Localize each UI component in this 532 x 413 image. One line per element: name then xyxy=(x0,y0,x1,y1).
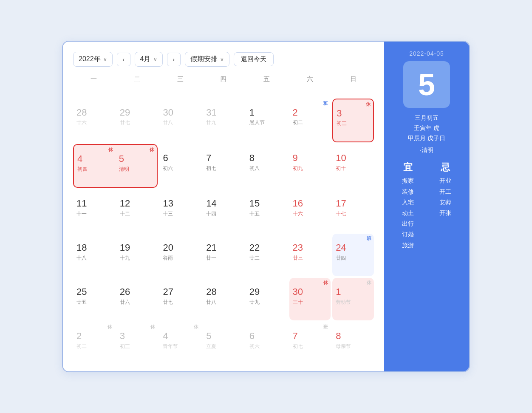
calendar-cell-14[interactable]: 11十一 xyxy=(73,190,115,232)
prev-month-button[interactable]: ‹ xyxy=(117,53,130,66)
month-select[interactable]: 4月 ∨ xyxy=(135,52,163,67)
sidebar-date: 2022-04-05 xyxy=(409,50,444,57)
day-lunar: 初三 xyxy=(337,120,347,127)
calendar-cell-25[interactable]: 22廿二 xyxy=(246,234,288,276)
day-lunar: 十六 xyxy=(293,210,303,218)
calendar-cell-26[interactable]: 23廿三 xyxy=(289,234,331,276)
calendar-cell-19[interactable]: 16十六 xyxy=(289,190,331,232)
day-number: 28 xyxy=(206,286,216,297)
day-number: 6 xyxy=(249,331,255,342)
calendar-cell-8[interactable]: 休5清明 xyxy=(116,144,158,188)
day-number: 5 xyxy=(119,153,124,164)
calendar-cell-28[interactable]: 25廿五 xyxy=(73,278,115,320)
ji-item-1: 开业 xyxy=(439,175,451,186)
calendar-cell-9[interactable]: 6初六 xyxy=(159,144,201,188)
calendar-cell-40[interactable]: 班7初七 xyxy=(289,322,331,365)
calendar-cell-10[interactable]: 7初七 xyxy=(203,144,244,188)
calendar-cell-3[interactable]: 31廿九 xyxy=(203,99,244,142)
calendar-cell-22[interactable]: 19十九 xyxy=(116,234,158,276)
calendar-cell-5[interactable]: 班2初二 xyxy=(289,99,331,142)
day-lunar: 十七 xyxy=(336,210,346,218)
day-badge: 休 xyxy=(323,280,328,286)
day-number: 28 xyxy=(76,107,87,118)
yi-item-4: 动土 xyxy=(402,208,414,218)
calendar-cell-17[interactable]: 14十四 xyxy=(203,190,244,232)
calendar-cell-4[interactable]: 1愚人节 xyxy=(246,99,288,142)
holiday-select[interactable]: 假期安排 ∨ xyxy=(185,52,229,67)
day-badge: 休 xyxy=(150,324,155,330)
calendar-cell-1[interactable]: 29廿七 xyxy=(116,99,158,142)
calendar-main: 2022年 ∨ ‹ 4月 ∨ › 假期安排 ∨ 返回今天 一二三四五六日28廿六 xyxy=(63,42,384,371)
calendar-cell-38[interactable]: 5立夏 xyxy=(203,322,244,365)
month-label: 4月 xyxy=(140,55,151,64)
day-number: 21 xyxy=(206,242,216,253)
day-badge: 休 xyxy=(194,324,198,330)
calendar-cell-24[interactable]: 21廿一 xyxy=(203,234,244,276)
calendar-cell-30[interactable]: 27廿七 xyxy=(159,278,201,320)
day-lunar: 劳动节 xyxy=(336,299,351,306)
calendar-cell-18[interactable]: 15十五 xyxy=(246,190,288,232)
calendar-cell-29[interactable]: 26廿六 xyxy=(116,278,158,320)
day-lunar: 青年节 xyxy=(163,343,178,350)
day-number: 2 xyxy=(293,107,298,118)
day-lunar: 十二 xyxy=(120,210,130,218)
day-badge: 休 xyxy=(108,324,112,330)
year-select[interactable]: 2022年 ∨ xyxy=(73,52,113,67)
calendar-cell-35[interactable]: 休2初二 xyxy=(73,322,115,365)
day-number: 9 xyxy=(293,153,298,164)
day-lunar: 廿九 xyxy=(249,299,260,306)
day-number: 17 xyxy=(336,198,346,209)
calendar-cell-0[interactable]: 28廿六 xyxy=(73,99,115,142)
calendar-cell-12[interactable]: 9初九 xyxy=(289,144,331,188)
calendar-cell-34[interactable]: 休1劳动节 xyxy=(332,278,374,320)
ji-item-2: 开工 xyxy=(439,187,451,197)
calendar-cell-41[interactable]: 8母亲节 xyxy=(332,322,374,365)
day-lunar: 初六 xyxy=(249,343,260,350)
day-number: 22 xyxy=(249,242,260,253)
calendar-cell-16[interactable]: 13十三 xyxy=(159,190,201,232)
calendar-cell-36[interactable]: 休3初三 xyxy=(116,322,158,365)
calendar-cell-11[interactable]: 8初八 xyxy=(246,144,288,188)
day-number: 26 xyxy=(120,286,130,297)
day-lunar: 廿五 xyxy=(76,299,87,306)
calendar-cell-21[interactable]: 18十八 xyxy=(73,234,115,276)
day-lunar: 初四 xyxy=(77,166,88,173)
yi-column: 宜 搬家 装修 入宅 动土 出行 订婚 旅游 xyxy=(391,161,425,250)
calendar-cell-31[interactable]: 28廿八 xyxy=(203,278,244,320)
day-lunar: 十九 xyxy=(120,255,130,262)
day-number: 25 xyxy=(76,286,87,297)
calendar-cell-7[interactable]: 休4初四 xyxy=(73,144,116,188)
day-number: 8 xyxy=(336,331,341,342)
day-number: 23 xyxy=(293,242,303,253)
weekday-header-5: 六 xyxy=(289,72,331,97)
today-button[interactable]: 返回今天 xyxy=(234,52,274,66)
calendar-cell-13[interactable]: 10初十 xyxy=(332,144,374,188)
day-number: 30 xyxy=(163,107,173,118)
calendar-cell-39[interactable]: 6初六 xyxy=(246,322,288,365)
yi-item-2: 装修 xyxy=(402,187,414,197)
day-number: 1 xyxy=(249,107,255,118)
day-lunar: 廿六 xyxy=(76,119,87,126)
day-lunar: 母亲节 xyxy=(336,343,351,350)
calendar-cell-15[interactable]: 12十二 xyxy=(116,190,158,232)
day-number: 2 xyxy=(76,331,82,342)
calendar-cell-37[interactable]: 休4青年节 xyxy=(159,322,201,365)
calendar-cell-23[interactable]: 20谷雨 xyxy=(159,234,201,276)
day-number: 20 xyxy=(163,242,173,253)
weekday-header-1: 二 xyxy=(116,72,158,97)
weekday-header-3: 四 xyxy=(203,72,244,97)
calendar-cell-32[interactable]: 29廿九 xyxy=(246,278,288,320)
calendar-cell-6[interactable]: 休3初三 xyxy=(332,99,374,142)
day-lunar: 清明 xyxy=(119,166,129,173)
next-month-button[interactable]: › xyxy=(167,53,181,66)
day-number: 4 xyxy=(77,153,82,164)
calendar-cell-2[interactable]: 30廿八 xyxy=(159,99,201,142)
calendar-cell-27[interactable]: 班24廿四 xyxy=(332,234,374,276)
day-number: 24 xyxy=(336,242,346,253)
yi-title: 宜 xyxy=(403,161,413,174)
ji-title: 忌 xyxy=(441,161,450,174)
day-lunar: 廿七 xyxy=(120,119,130,126)
day-lunar: 廿三 xyxy=(293,255,303,262)
calendar-cell-20[interactable]: 17十七 xyxy=(332,190,374,232)
calendar-cell-33[interactable]: 休30三十 xyxy=(289,278,331,320)
